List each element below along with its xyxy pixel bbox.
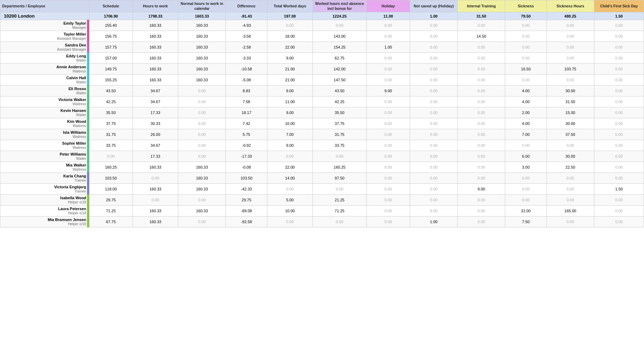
employee-color-bar xyxy=(87,183,89,195)
employee-hours_to_work: 17.33 xyxy=(132,151,178,162)
employee-holiday: 0.00 xyxy=(366,118,410,129)
employee-schedule: 71.25 xyxy=(89,206,132,216)
employee-cell: Peter Williams Waiter xyxy=(0,151,89,162)
employee-holiday: 0.00 xyxy=(366,173,410,184)
employee-sickness_hours: 0.00 xyxy=(546,75,594,86)
employee-child_first_sick: 0.00 xyxy=(594,151,644,162)
employee-difference: -89.08 xyxy=(226,206,267,216)
employee-holiday: 0.00 xyxy=(366,206,410,216)
employee-difference: -3.58 xyxy=(226,31,267,42)
employee-row: Karla Chang Trainee 103.500.00160.33103.… xyxy=(0,173,644,184)
employee-cell: Calvin Hall Waiter xyxy=(0,75,89,86)
employee-cell: Karla Chang Trainee xyxy=(0,173,89,184)
employee-normal_hours: 0.00 xyxy=(178,96,226,107)
employee-row: Mia Bramsen Jensen Helper o/18 67.75160.… xyxy=(0,216,644,227)
employee-not_saved_up: 0.00 xyxy=(410,31,458,42)
employee-color-bar xyxy=(87,63,89,75)
employee-schedule: 149.75 xyxy=(89,64,132,75)
employee-internal_training: 0.00 xyxy=(458,173,505,184)
employee-color-bar xyxy=(87,151,89,162)
employee-hours_to_work: 160.33 xyxy=(132,31,178,42)
employee-not_saved_up: 0.00 xyxy=(410,75,458,86)
employee-difference: -4.93 xyxy=(226,20,267,31)
employee-not_saved_up: 1.00 xyxy=(410,216,458,227)
employee-total_worked_days: 10.00 xyxy=(267,118,312,129)
employee-sickness: 6.00 xyxy=(505,151,546,162)
employee-normal_hours: 0.00 xyxy=(178,151,226,162)
employee-schedule: 67.75 xyxy=(89,216,132,227)
header-child-first-sick: Child's First Sick Day xyxy=(594,0,644,12)
employee-child_first_sick: 0.00 xyxy=(594,75,644,86)
employee-child_first_sick: 0.00 xyxy=(594,216,644,227)
employee-role: Waitress xyxy=(73,168,86,171)
employee-sickness: 0.00 xyxy=(505,31,546,42)
employee-row: Eddy Long Waiter 157.00160.33160.33-3.33… xyxy=(0,53,644,64)
employee-difference: -92.58 xyxy=(226,216,267,227)
employee-total_worked_days: 22.00 xyxy=(267,162,312,173)
employee-sickness: 0.00 xyxy=(505,195,546,206)
employee-role: Waiter xyxy=(76,58,86,62)
dept-child-first-sick: 1.50 xyxy=(594,12,644,20)
employee-color-bar xyxy=(87,162,89,173)
employee-row: Emily Taylor Manager 155.40160.33160.33-… xyxy=(0,20,644,31)
employee-normal_hours: 0.00 xyxy=(178,195,226,206)
employee-hours_to_work: 0.00 xyxy=(132,195,178,206)
employee-worked_hours: 42.25 xyxy=(313,96,367,107)
employee-sickness_hours: 22.50 xyxy=(546,162,594,173)
employee-sickness_hours: 0.00 xyxy=(546,216,594,227)
employee-normal_hours: 160.33 xyxy=(178,53,226,64)
employee-internal_training: 0.00 xyxy=(458,118,505,129)
employee-role: Waiter xyxy=(76,80,86,84)
employee-schedule: 29.75 xyxy=(89,195,132,206)
employee-name: Mia Bramsen Jensen xyxy=(48,218,86,222)
employee-worked_hours: 33.75 xyxy=(313,140,367,151)
employee-schedule: 43.50 xyxy=(89,86,132,96)
employee-name: Isabella Wood xyxy=(60,196,86,200)
employee-difference: -0.08 xyxy=(226,162,267,173)
employee-internal_training: 0.00 xyxy=(458,64,505,75)
employee-role: Assistant Manager xyxy=(57,37,86,40)
employee-row: Calvin Hall Waiter 155.25160.33160.33-5.… xyxy=(0,75,644,86)
employee-schedule: 33.75 xyxy=(89,140,132,151)
employee-holiday: 0.00 xyxy=(366,184,410,195)
employee-holiday: 0.00 xyxy=(366,96,410,107)
employee-not_saved_up: 0.00 xyxy=(410,20,458,31)
employee-worked_hours: 142.00 xyxy=(313,64,367,75)
employee-internal_training: 0.00 xyxy=(458,151,505,162)
employee-cell: Isabella Wood Helper o/18 xyxy=(0,195,89,206)
dept-holiday: 11.00 xyxy=(366,12,410,20)
employee-holiday: 0.00 xyxy=(366,162,410,173)
employee-color-bar xyxy=(87,205,89,216)
header-sickness: Sickness xyxy=(505,0,546,12)
employee-sickness: 0.00 xyxy=(505,184,546,195)
employee-worked_hours: 147.50 xyxy=(313,75,367,86)
employee-not_saved_up: 0.00 xyxy=(410,184,458,195)
employee-role: Assistant Manager xyxy=(57,48,86,51)
employee-normal_hours: 0.00 xyxy=(178,107,226,118)
employee-row: Sandra Dee Assistant Manager 157.75160.3… xyxy=(0,42,644,53)
employee-cell: Taylor Miller Assistant Manager xyxy=(0,31,89,42)
employee-internal_training: 0.00 xyxy=(458,140,505,151)
employee-cell: Kim Wood Waitress xyxy=(0,118,89,129)
employee-sickness: 4.00 xyxy=(505,118,546,129)
employee-difference: -10.58 xyxy=(226,64,267,75)
employee-total_worked_days: 11.00 xyxy=(267,96,312,107)
employee-holiday: 0.00 xyxy=(366,31,410,42)
employee-not_saved_up: 0.00 xyxy=(410,64,458,75)
employee-not_saved_up: 0.00 xyxy=(410,53,458,64)
employee-not_saved_up: 0.00 xyxy=(410,162,458,173)
employee-name: Taylor Miller xyxy=(64,32,86,36)
employee-row: Victoria Engbjerg Trainee 118.00160.3316… xyxy=(0,184,644,195)
employee-total_worked_days: 7.00 xyxy=(267,129,312,140)
employee-row: Mia Walker Waitress 160.25160.33160.33-0… xyxy=(0,162,644,173)
employee-child_first_sick: 0.00 xyxy=(594,129,644,140)
employee-color-bar xyxy=(87,172,89,184)
employee-normal_hours: 160.33 xyxy=(178,162,226,173)
employee-cell: Sophie Miller Waitress xyxy=(0,140,89,151)
header-hours-to-work: Hours to work xyxy=(132,0,178,12)
employee-not_saved_up: 0.00 xyxy=(410,173,458,184)
employee-holiday: 1.00 xyxy=(366,42,410,53)
employee-total_worked_days: 14.00 xyxy=(267,173,312,184)
employee-total_worked_days: 0.00 xyxy=(267,184,312,195)
employee-name: Victoria Engbjerg xyxy=(54,185,86,189)
